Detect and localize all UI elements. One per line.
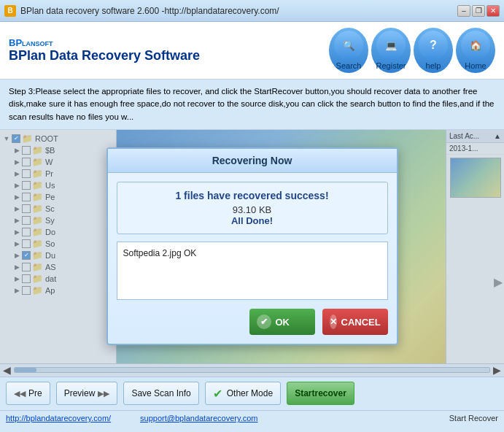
close-button[interactable]: ✕ [486, 5, 500, 17]
preview-arrow-right-icon: ▶▶ [98, 389, 109, 398]
modal-ok-button[interactable]: ✔ OK [249, 309, 315, 335]
other-mode-button[interactable]: ✔ Other Mode [205, 382, 281, 405]
nav-help-button[interactable]: ? help [414, 28, 453, 73]
status-bar: http://bplandatarecovery.com/ support@bp… [0, 410, 504, 426]
modal-log: Softpedia 2.jpg OK [117, 242, 388, 300]
title-bar-text: BPlan data recovery software 2.600 -http… [20, 6, 279, 16]
scroll-left-icon[interactable]: ◀ [3, 364, 11, 376]
prev-arrow-left-icon: ◀◀ [14, 389, 26, 398]
minimize-button[interactable]: – [457, 5, 470, 17]
nav-icons: 🔍 Search 💻 Register ? help 🏠 Home [329, 28, 495, 73]
help-icon: ? [419, 31, 448, 60]
start-recover-label: Start Recover [449, 414, 498, 423]
nav-search-button[interactable]: 🔍 Search [329, 28, 368, 73]
preview-button[interactable]: Preview ▶▶ [56, 382, 118, 405]
nav-register-button[interactable]: 💻 Register [371, 28, 411, 73]
header: BPlansoft BPlan Data Recovery Software 🔍… [0, 22, 504, 80]
bottom-toolbar: ◀◀ Pre Preview ▶▶ Save Scan Info ✔ Other… [0, 377, 504, 410]
modal-overlay: Recovering Now 1 files have recovered su… [0, 130, 504, 363]
modal-body: 1 files have recovered success! 93.10 KB… [108, 173, 397, 344]
modal-buttons: ✔ OK ✕ CANCEL [117, 309, 388, 335]
main-area: ▼✔📁ROOT▶📁$B▶📁W▶📁Pr▶📁Us▶📁Pe▶📁Sc▶📁Sy▶📁Do▶📁… [0, 130, 504, 363]
brand-area: BPlansoft BPlan Data Recovery Software [9, 37, 200, 63]
home-icon: 🏠 [461, 31, 490, 60]
window-controls: – ❐ ✕ [457, 5, 500, 17]
scrollbar-thumb[interactable] [15, 368, 36, 372]
scroll-area[interactable]: ◀ ▶ [0, 363, 504, 377]
save-scan-button[interactable]: Save Scan Info [123, 382, 198, 405]
cancel-x-icon: ✕ [330, 315, 337, 329]
website-link[interactable]: http://bplandatarecovery.com/ [6, 414, 111, 423]
modal-status-done: All Done! [125, 215, 380, 226]
search-icon: 🔍 [334, 31, 363, 60]
modal-dialog: Recovering Now 1 files have recovered su… [106, 147, 398, 345]
ok-checkmark-icon: ✔ [257, 315, 271, 329]
modal-title: Recovering Now [108, 149, 397, 173]
scroll-right-icon[interactable]: ▶ [493, 364, 501, 376]
modal-status-size: 93.10 KB [125, 204, 380, 215]
start-recover-button[interactable]: Startrecover [287, 382, 354, 405]
email-link[interactable]: support@bplandatarecovery.com [140, 414, 257, 423]
modal-status-success: 1 files have recovered success! [125, 190, 380, 201]
title-bar: B BPlan data recovery software 2.600 -ht… [0, 0, 504, 22]
brand-title: BPlan Data Recovery Software [9, 48, 200, 63]
modal-status-box: 1 files have recovered success! 93.10 KB… [117, 182, 388, 234]
app-icon: B [4, 5, 16, 17]
register-icon: 💻 [376, 31, 406, 60]
prev-button[interactable]: ◀◀ Pre [6, 382, 50, 405]
scrollbar-track[interactable] [14, 367, 490, 373]
nav-home-button[interactable]: 🏠 Home [456, 28, 495, 73]
restore-button[interactable]: ❐ [472, 5, 485, 17]
info-text: Step 3:Please select the appropriate fil… [0, 80, 504, 130]
other-mode-icon: ✔ [213, 387, 222, 401]
brand-top: BPlansoft [9, 37, 200, 48]
modal-cancel-button[interactable]: ✕ CANCEL [322, 309, 388, 335]
